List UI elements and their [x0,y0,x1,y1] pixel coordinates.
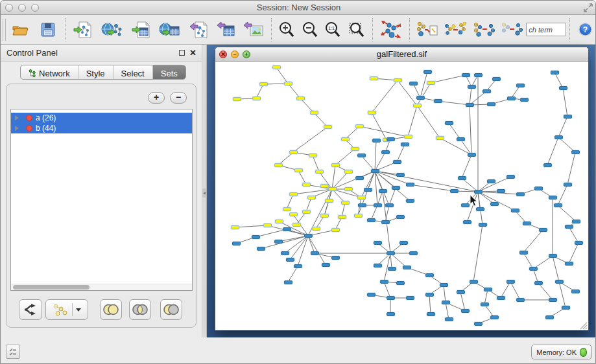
graph-node[interactable] [344,187,353,191]
graph-node[interactable] [565,225,573,229]
graph-node[interactable] [355,124,364,128]
graph-node[interactable] [388,267,396,271]
tab-style[interactable]: Style [78,65,113,80]
add-set-button[interactable]: + [148,92,165,104]
graph-node[interactable] [406,183,414,187]
graph-node[interactable] [284,280,292,284]
graph-node[interactable] [413,104,422,108]
split-set-button[interactable] [19,299,42,320]
graph-node[interactable] [381,220,390,224]
graph-node[interactable] [562,306,570,310]
graph-node[interactable] [572,220,580,223]
graph-node[interactable] [396,173,405,177]
graph-node[interactable] [520,98,529,102]
graph-node[interactable] [283,207,291,211]
graph-node[interactable] [311,251,319,255]
collapse-panel-icon[interactable]: ◂ [202,188,206,198]
export-table-button[interactable] [213,18,240,41]
graph-node[interactable] [434,99,442,103]
graph-node[interactable] [374,241,382,245]
graph-node[interactable] [445,121,453,125]
graph-node[interactable] [534,187,543,190]
import-table-url-button[interactable] [154,18,185,41]
graph-node[interactable] [331,228,340,232]
graph-node[interactable] [461,203,470,207]
graph-node[interactable] [320,214,329,218]
graph-node[interactable] [457,290,465,294]
tab-network[interactable]: Network [21,65,78,80]
graph-node[interactable] [274,240,283,244]
graph-node[interactable] [487,102,495,106]
graph-node[interactable] [551,71,559,74]
graph-node[interactable] [320,184,329,188]
graph-node[interactable] [497,189,505,193]
import-table-file-button[interactable] [128,18,155,41]
graph-node[interactable] [315,170,324,174]
graph-node[interactable] [231,225,239,229]
task-history-button[interactable] [6,345,20,359]
graph-node[interactable] [409,251,418,255]
graph-node[interactable] [511,209,519,212]
graph-node[interactable] [571,150,580,154]
graph-node[interactable] [445,317,453,321]
graph-node[interactable] [450,189,459,193]
graph-node[interactable] [484,288,492,291]
panel-splitter[interactable]: ◂ [202,45,207,337]
graph-node[interactable] [468,85,476,89]
graph-node[interactable] [534,281,543,285]
graph-node[interactable] [232,242,241,245]
graph-node[interactable] [427,312,435,316]
graph-node[interactable] [404,135,412,139]
graph-node[interactable] [355,176,364,180]
expand-arrow-icon[interactable] [15,115,19,120]
expand-arrow-icon[interactable] [15,126,19,131]
hide-selection-button[interactable] [470,18,498,41]
graph-node[interactable] [425,273,434,277]
graph-node[interactable] [442,301,450,304]
graph-node[interactable] [462,73,470,77]
graph-node[interactable] [289,150,298,154]
graph-node[interactable] [463,220,471,224]
graph-node[interactable] [387,251,395,255]
graph-node[interactable] [507,97,516,100]
graph-node[interactable] [371,169,379,173]
graph-node[interactable] [374,264,382,267]
network-view-window[interactable]: ✕ − + galFiltered.sif [215,47,589,330]
graph-node[interactable] [302,210,311,214]
horizontal-scrollbar[interactable] [11,284,192,290]
tab-select[interactable]: Select [113,65,153,80]
graph-node[interactable] [294,168,303,172]
resize-grip-icon[interactable] [579,321,588,330]
window-titlebar[interactable]: Session: New Session [1,1,596,15]
graph-node[interactable] [571,290,580,293]
graph-node[interactable] [416,96,425,100]
graph-node[interactable] [351,147,359,151]
import-network-url-button[interactable] [97,18,128,41]
graph-node[interactable] [328,187,337,191]
graph-node[interactable] [545,315,554,319]
graph-node[interactable] [379,189,387,193]
graph-node[interactable] [474,190,483,194]
graph-node[interactable] [289,192,298,196]
export-network-button[interactable] [185,18,213,41]
export-image-button[interactable] [239,18,268,41]
graph-node[interactable] [470,280,478,284]
graph-node[interactable] [380,280,388,284]
remove-set-button[interactable]: − [170,92,187,104]
graph-node[interactable] [564,115,572,119]
graph-node[interactable] [555,280,564,284]
graph-node[interactable] [483,89,491,93]
set-row-a[interactable]: a (26) [11,113,192,123]
union-button[interactable] [100,299,122,320]
graph-node[interactable] [549,254,557,258]
graph-node[interactable] [233,97,241,101]
graph-node[interactable] [436,136,444,140]
graph-node[interactable] [324,125,332,129]
graph-node[interactable] [284,82,292,85]
graph-node[interactable] [457,137,465,141]
open-session-button[interactable] [6,18,34,41]
graph-node[interactable] [341,201,350,205]
graph-node[interactable] [559,86,567,90]
create-set-from-network-button[interactable] [45,299,88,320]
graph-node[interactable] [539,228,547,232]
